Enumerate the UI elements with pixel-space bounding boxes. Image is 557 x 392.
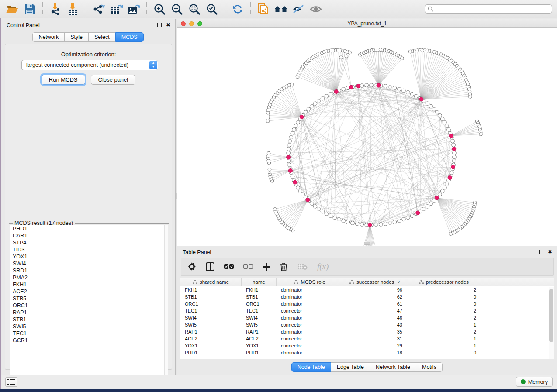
network-node[interactable]	[298, 189, 302, 193]
network-node[interactable]	[342, 219, 346, 223]
result-list-item[interactable]: FKH1	[10, 281, 165, 288]
memory-button[interactable]: Memory	[516, 377, 553, 387]
import-table-button[interactable]	[66, 2, 80, 17]
network-node[interactable]	[313, 205, 317, 209]
network-node[interactable]	[291, 131, 294, 135]
network-node[interactable]	[337, 217, 341, 221]
table-row[interactable]: SWI4SWI4dominator462	[180, 314, 554, 321]
column-header-shared-name[interactable]: shared name	[180, 278, 242, 286]
mcds-node[interactable]	[452, 147, 456, 151]
network-node[interactable]	[414, 94, 418, 98]
network-node[interactable]	[440, 117, 444, 121]
network-node[interactable]	[360, 223, 364, 227]
network-node[interactable]	[355, 222, 359, 226]
column-header-name[interactable]: name	[242, 278, 277, 286]
result-list-item[interactable]: STB5	[10, 295, 165, 302]
network-node[interactable]	[384, 84, 387, 88]
show-columns-button[interactable]	[206, 262, 214, 271]
table-row[interactable]: SWI5SWI5connector431	[180, 321, 554, 328]
network-node[interactable]	[400, 57, 404, 60]
network-node[interactable]	[325, 94, 329, 98]
network-node[interactable]	[296, 120, 300, 124]
network-node[interactable]	[321, 210, 325, 213]
zoom-out-button[interactable]	[170, 2, 184, 17]
network-node[interactable]	[287, 147, 291, 151]
network-node[interactable]	[406, 216, 410, 220]
mcds-node[interactable]	[451, 165, 455, 169]
gear-button[interactable]	[187, 262, 196, 271]
close-panel-icon[interactable]: ✖	[166, 22, 171, 28]
export-network-button[interactable]	[91, 2, 106, 17]
first-neighbors-button[interactable]	[273, 2, 288, 17]
zoom-selected-button[interactable]	[204, 2, 219, 17]
network-node[interactable]	[432, 107, 436, 111]
result-list-item[interactable]: RAP1	[10, 309, 165, 316]
result-list-item[interactable]: TEC1	[10, 330, 165, 337]
network-node[interactable]	[310, 104, 314, 108]
table-row[interactable]: ACE2ACE2connector311	[180, 335, 554, 342]
mcds-node[interactable]	[435, 196, 439, 200]
network-node[interactable]	[273, 207, 277, 211]
tab-select[interactable]: Select	[88, 32, 116, 42]
network-node[interactable]	[452, 159, 456, 163]
network-node[interactable]	[447, 128, 451, 132]
network-node[interactable]	[296, 186, 300, 189]
tab-network[interactable]: Network	[32, 32, 65, 42]
open-session-button[interactable]	[5, 2, 20, 17]
mcds-node[interactable]	[448, 176, 452, 180]
result-list-item[interactable]: STP4	[10, 239, 165, 246]
network-node[interactable]	[287, 143, 291, 147]
tab-style[interactable]: Style	[64, 32, 89, 42]
apply-function-button[interactable]: f(x)	[317, 262, 329, 272]
network-node[interactable]	[267, 151, 270, 155]
network-node[interactable]	[291, 175, 294, 179]
maximize-window-icon[interactable]	[197, 21, 202, 26]
network-node[interactable]	[452, 143, 456, 147]
deselect-all-button[interactable]	[243, 264, 253, 270]
network-node[interactable]	[313, 102, 317, 106]
network-node[interactable]	[317, 99, 321, 103]
network-node[interactable]	[426, 102, 429, 106]
network-node[interactable]	[429, 104, 433, 108]
table-scrollbar-thumb[interactable]	[549, 289, 553, 342]
network-node[interactable]	[289, 135, 293, 139]
network-node[interactable]	[268, 168, 271, 172]
mcds-node[interactable]	[416, 211, 420, 215]
select-all-button[interactable]	[224, 264, 234, 270]
delete-table-button[interactable]	[297, 263, 308, 270]
float-panel-icon[interactable]	[157, 23, 162, 27]
network-hscroll-thumb[interactable]	[364, 242, 370, 245]
network-node[interactable]	[287, 163, 291, 167]
mcds-node[interactable]	[293, 180, 297, 184]
close-window-icon[interactable]	[181, 21, 186, 26]
network-node[interactable]	[453, 155, 457, 159]
zoom-in-button[interactable]	[152, 2, 167, 17]
network-node[interactable]	[402, 89, 406, 93]
network-node[interactable]	[348, 51, 352, 54]
network-node[interactable]	[329, 92, 332, 96]
network-node[interactable]	[443, 120, 447, 124]
result-list-item[interactable]: PMA2	[10, 274, 165, 281]
network-node[interactable]	[329, 214, 332, 218]
network-node[interactable]	[307, 107, 311, 111]
network-canvas[interactable]	[177, 28, 557, 246]
table-row[interactable]: ORC1ORC1dominator610	[180, 300, 554, 307]
network-node[interactable]	[438, 113, 442, 117]
network-node[interactable]	[310, 202, 314, 206]
network-node[interactable]	[301, 193, 305, 196]
mcds-node[interactable]	[419, 97, 423, 101]
result-list-item[interactable]: YOX1	[10, 253, 165, 260]
network-node[interactable]	[287, 159, 291, 163]
mcds-node[interactable]	[306, 198, 310, 202]
network-node[interactable]	[365, 83, 369, 87]
table-row[interactable]: PHD1PHD1dominator180	[180, 349, 554, 356]
network-node[interactable]	[292, 128, 296, 132]
tab-edge-table[interactable]: Edge Table	[331, 362, 370, 372]
network-node[interactable]	[370, 83, 374, 87]
tab-mcds[interactable]: MCDS	[115, 32, 144, 42]
close-table-panel-icon[interactable]: ✖	[547, 249, 553, 254]
network-node[interactable]	[374, 223, 378, 227]
network-node[interactable]	[449, 232, 452, 236]
column-header-successor-nodes[interactable]: successor nodes∨	[343, 278, 407, 286]
float-table-panel-icon[interactable]	[539, 250, 543, 254]
